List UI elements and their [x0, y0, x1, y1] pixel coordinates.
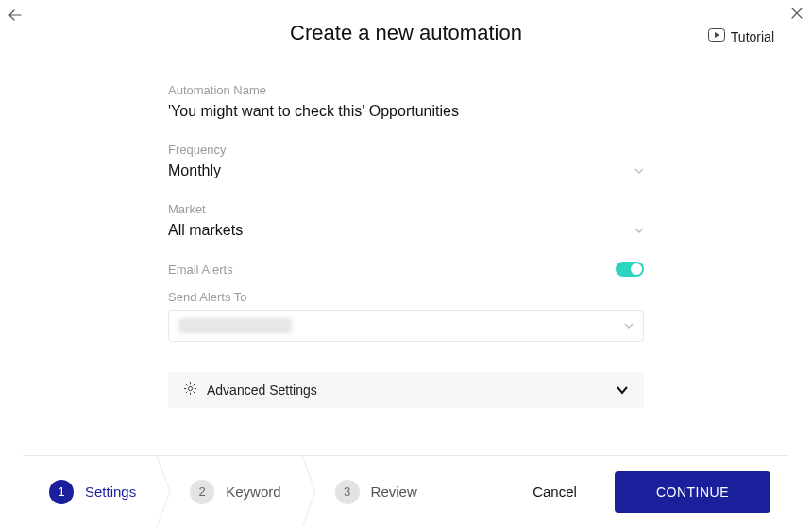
chevron-down-icon	[616, 383, 629, 397]
page-title: Create a new automation	[0, 21, 812, 45]
step-settings[interactable]: 1 Settings	[23, 456, 162, 527]
frequency-value: Monthly	[168, 162, 221, 179]
chevron-down-icon	[624, 321, 634, 331]
frequency-label: Frequency	[168, 143, 644, 157]
tutorial-link[interactable]: Tutorial	[708, 28, 774, 44]
automation-name-label: Automation Name	[168, 83, 644, 97]
market-value: All markets	[168, 222, 243, 239]
email-alerts-toggle[interactable]	[616, 262, 644, 277]
email-alerts-label: Email Alerts	[168, 263, 233, 277]
chevron-down-icon	[634, 226, 644, 235]
step-review[interactable]: 3 Review	[309, 456, 444, 527]
step-number: 3	[335, 480, 360, 504]
svg-point-1	[188, 386, 192, 390]
advanced-settings-label: Advanced Settings	[207, 382, 317, 398]
send-alerts-label: Send Alerts To	[168, 290, 644, 304]
close-icon[interactable]	[789, 6, 804, 21]
step-keyword[interactable]: 2 Keyword	[163, 456, 307, 527]
step-label: Review	[371, 484, 417, 500]
cancel-button[interactable]: Cancel	[533, 484, 577, 500]
frequency-select[interactable]: Monthly	[168, 162, 644, 179]
market-label: Market	[168, 202, 644, 216]
tutorial-label: Tutorial	[731, 29, 774, 44]
chevron-down-icon	[634, 166, 644, 176]
continue-button[interactable]: CONTINUE	[615, 471, 770, 513]
frequency-group: Frequency Monthly	[168, 143, 644, 179]
step-number: 2	[190, 480, 214, 504]
email-alerts-row: Email Alerts	[168, 262, 644, 277]
advanced-settings-toggle[interactable]: Advanced Settings	[168, 372, 644, 408]
step-label: Settings	[85, 484, 136, 500]
send-alerts-select[interactable]	[168, 310, 644, 342]
play-icon	[708, 28, 725, 44]
automation-name-group: Automation Name 'You might want to check…	[168, 83, 644, 120]
automation-name-input[interactable]: 'You might want to check this' Opportuni…	[168, 103, 644, 120]
step-number: 1	[49, 480, 74, 504]
automation-form: Automation Name 'You might want to check…	[168, 83, 644, 408]
market-select[interactable]: All markets	[168, 222, 644, 239]
step-label: Keyword	[226, 484, 280, 500]
gear-icon	[183, 382, 197, 400]
send-alerts-group: Send Alerts To	[168, 290, 644, 342]
footer-actions: Cancel CONTINUE	[533, 471, 789, 513]
wizard-footer: 1 Settings 2 Keyword 3 Review Cancel CON…	[23, 455, 789, 527]
step-indicator: 1 Settings 2 Keyword 3 Review	[23, 456, 444, 527]
recipient-chip	[178, 318, 292, 333]
market-group: Market All markets	[168, 202, 644, 239]
